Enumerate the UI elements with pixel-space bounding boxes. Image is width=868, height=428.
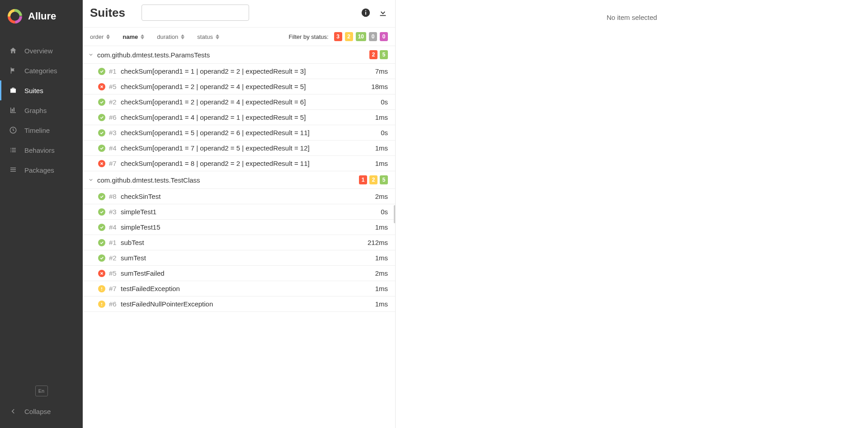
- passed-icon: [98, 129, 105, 136]
- test-name: checkSinTest: [121, 193, 371, 200]
- test-duration: 1ms: [375, 285, 388, 292]
- test-row[interactable]: #1checkSum[operand1 = 1 | operand2 = 2 |…: [83, 64, 395, 79]
- chevron-left-icon: [9, 407, 17, 415]
- suite-badges: 25: [368, 50, 388, 59]
- brand-name: Allure: [28, 10, 56, 22]
- sort-duration[interactable]: duration: [157, 33, 184, 40]
- briefcase-icon: [9, 86, 17, 94]
- test-name: testFailedException: [121, 285, 371, 292]
- test-name: simpleTest15: [121, 223, 371, 231]
- filter-label: Filter by status:: [289, 33, 329, 40]
- nav-timeline-label: Timeline: [24, 127, 50, 134]
- suite-badge-failed: 2: [369, 50, 377, 59]
- download-icon[interactable]: [378, 8, 388, 18]
- sort-name[interactable]: name: [123, 33, 144, 40]
- suite-row[interactable]: com.github.dmtest.tests.ParamsTests25: [83, 46, 395, 64]
- test-row[interactable]: #4checkSum[operand1 = 7 | operand2 = 5 |…: [83, 141, 395, 156]
- failed-icon: [98, 83, 105, 90]
- language-toggle[interactable]: En: [35, 386, 48, 396]
- suite-badge-passed: 5: [380, 50, 388, 59]
- sort-status[interactable]: status: [197, 33, 219, 40]
- sort-arrows-icon: [216, 34, 219, 39]
- test-row[interactable]: #6testFailedNullPointerException1ms: [83, 296, 395, 312]
- nav-packages[interactable]: Packages: [0, 160, 83, 180]
- test-duration: 1ms: [375, 113, 388, 121]
- suite-badges: 125: [358, 175, 388, 184]
- test-name: simpleTest1: [121, 208, 376, 216]
- collapse-button[interactable]: Collapse: [0, 403, 83, 420]
- test-number: #6: [109, 113, 121, 121]
- clock-icon: [9, 126, 17, 134]
- suite-row[interactable]: com.github.dmtest.tests.TestClass125: [83, 171, 395, 189]
- info-icon[interactable]: [361, 8, 371, 18]
- test-name: checkSum[operand1 = 5 | operand2 = 6 | e…: [121, 129, 376, 136]
- chevron-down-icon: [88, 177, 94, 183]
- suites-header: Suites: [83, 0, 395, 27]
- test-number: #6: [109, 300, 121, 308]
- collapse-label: Collapse: [24, 408, 51, 415]
- test-duration: 212ms: [368, 239, 388, 246]
- svg-rect-6: [365, 12, 366, 14]
- passed-icon: [98, 193, 105, 200]
- home-icon: [9, 47, 17, 55]
- test-row[interactable]: #2checkSum[operand1 = 2 | operand2 = 4 |…: [83, 94, 395, 110]
- suite-name: com.github.dmtest.tests.TestClass: [97, 176, 358, 184]
- nav-overview[interactable]: Overview: [0, 41, 83, 61]
- filter-broken[interactable]: 2: [345, 32, 353, 41]
- svg-rect-10: [101, 302, 102, 304]
- sort-order[interactable]: order: [90, 33, 110, 40]
- test-duration: 1ms: [375, 300, 388, 308]
- test-number: #7: [109, 285, 121, 292]
- passed-icon: [98, 114, 105, 121]
- test-row[interactable]: #1subTest212ms: [83, 235, 395, 250]
- suites-panel: Suites order name duration status Filter…: [83, 0, 396, 428]
- test-number: #8: [109, 193, 121, 200]
- test-row[interactable]: #7checkSum[operand1 = 8 | operand2 = 2 |…: [83, 156, 395, 171]
- passed-icon: [98, 239, 105, 246]
- sidebar-footer: En Collapse: [0, 380, 83, 428]
- test-row[interactable]: #5sumTestFailed2ms: [83, 266, 395, 281]
- sidebar: Allure Overview Categories Suites Graphs…: [0, 0, 83, 428]
- test-number: #1: [109, 239, 121, 246]
- chart-icon: [9, 106, 17, 114]
- broken-icon: [98, 301, 105, 308]
- nav-graphs[interactable]: Graphs: [0, 100, 83, 120]
- filter-unknown[interactable]: 0: [380, 32, 388, 41]
- svg-point-11: [101, 305, 102, 306]
- test-row[interactable]: #6checkSum[operand1 = 4 | operand2 = 1 |…: [83, 110, 395, 125]
- passed-icon: [98, 145, 105, 152]
- sidebar-nav: Overview Categories Suites Graphs Timeli…: [0, 33, 83, 380]
- nav-categories[interactable]: Categories: [0, 61, 83, 80]
- test-row[interactable]: #3simpleTest10s: [83, 204, 395, 220]
- nav-suites-label: Suites: [24, 87, 43, 94]
- filter-passed[interactable]: 10: [356, 32, 366, 41]
- search-input[interactable]: [142, 5, 249, 21]
- test-row[interactable]: #3checkSum[operand1 = 5 | operand2 = 6 |…: [83, 125, 395, 141]
- nav-packages-label: Packages: [24, 166, 54, 174]
- test-row[interactable]: #8checkSinTest2ms: [83, 189, 395, 204]
- test-row[interactable]: #5checkSum[operand1 = 2 | operand2 = 4 |…: [83, 79, 395, 94]
- test-duration: 1ms: [375, 223, 388, 231]
- nav-timeline[interactable]: Timeline: [0, 120, 83, 140]
- test-name: checkSum[operand1 = 2 | operand2 = 4 | e…: [121, 83, 367, 90]
- test-duration: 1ms: [375, 254, 388, 262]
- nav-suites[interactable]: Suites: [0, 80, 83, 100]
- test-row[interactable]: #7testFailedException1ms: [83, 281, 395, 296]
- svg-rect-8: [101, 287, 102, 289]
- passed-icon: [98, 224, 105, 231]
- failed-icon: [98, 270, 105, 277]
- filter-skipped[interactable]: 0: [369, 32, 377, 41]
- test-number: #2: [109, 98, 121, 106]
- suite-badge-passed: 5: [380, 175, 388, 184]
- suite-badge-broken: 2: [369, 175, 377, 184]
- svg-rect-7: [365, 10, 366, 11]
- allure-logo-icon: [7, 9, 23, 24]
- test-row[interactable]: #4simpleTest151ms: [83, 220, 395, 235]
- test-duration: 0s: [381, 208, 388, 216]
- test-name: checkSum[operand1 = 8 | operand2 = 2 | e…: [121, 160, 371, 167]
- test-row[interactable]: #2sumTest1ms: [83, 250, 395, 266]
- passed-icon: [98, 99, 105, 106]
- nav-behaviors[interactable]: Behaviors: [0, 140, 83, 160]
- filter-failed[interactable]: 3: [334, 32, 342, 41]
- test-duration: 1ms: [375, 144, 388, 152]
